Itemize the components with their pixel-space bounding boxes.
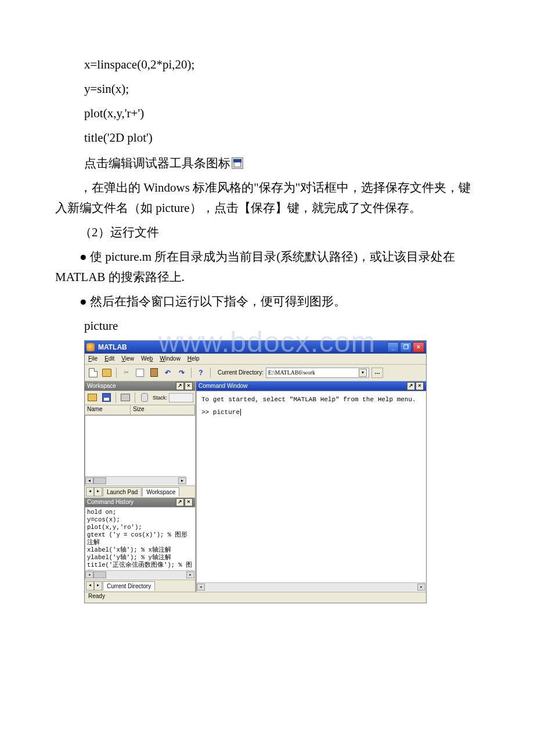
cut-button[interactable]: ✂ bbox=[120, 367, 132, 379]
history-line: y=cos(x); bbox=[87, 516, 193, 524]
history-line: ylabel('y轴'); % y轴注解 bbox=[87, 554, 193, 561]
menu-help[interactable]: Help bbox=[187, 355, 200, 362]
close-icon[interactable]: × bbox=[416, 382, 424, 390]
command-text: picture bbox=[84, 316, 479, 337]
h-scrollbar[interactable]: ◂▸ bbox=[85, 570, 194, 579]
history-title[interactable]: Command History ↗ × bbox=[85, 498, 195, 507]
history-line: gtext ('y = cos(x)'); % 图形注解 bbox=[87, 531, 193, 546]
current-directory-label: Current Directory: bbox=[218, 369, 264, 376]
tab-arrow-left-icon[interactable]: ◂ bbox=[86, 487, 94, 496]
h-scrollbar[interactable]: ◂▸ bbox=[85, 476, 186, 485]
menubar: File Edit View Web Window Help bbox=[85, 354, 426, 365]
save-icon bbox=[232, 157, 243, 169]
current-directory-input[interactable]: E:\MATLAB6\work ▾ bbox=[266, 368, 369, 378]
history-list[interactable]: hold on; y=cos(x); plot(x,y,'ro'); gtext… bbox=[85, 507, 195, 579]
paragraph: ● 使 picture.m 所在目录成为当前目录(系统默认路径)，或让该目录处在… bbox=[55, 247, 479, 288]
current-directory-value: E:\MATLAB6\work bbox=[268, 369, 315, 376]
command-window-text: To get started, select "MATLAB Help" fro… bbox=[201, 396, 421, 403]
tab-current-directory[interactable]: Current Directory bbox=[103, 581, 155, 591]
open-button[interactable] bbox=[101, 367, 113, 379]
menu-window[interactable]: Window bbox=[160, 355, 181, 362]
redo-button[interactable]: ↷ bbox=[176, 367, 187, 379]
stack-dropdown[interactable] bbox=[169, 393, 193, 402]
menu-edit[interactable]: Edit bbox=[104, 355, 114, 362]
menu-web[interactable]: Web bbox=[141, 355, 153, 362]
toolbar: ✂ ↶ ↷ ? Current Directory: E:\MATLAB6\wo… bbox=[85, 365, 426, 381]
tab-arrow-right-icon[interactable]: ▸ bbox=[94, 487, 102, 496]
workspace-title[interactable]: Workspace ↗ × bbox=[85, 381, 195, 391]
history-line: xlabel('x轴'); % x轴注解 bbox=[87, 546, 193, 554]
new-button[interactable] bbox=[87, 367, 99, 379]
menu-view[interactable]: View bbox=[121, 355, 134, 362]
menu-file[interactable]: File bbox=[88, 355, 98, 362]
print-button[interactable] bbox=[120, 392, 131, 404]
undock-icon[interactable]: ↗ bbox=[407, 382, 415, 390]
tab-workspace[interactable]: Workspace bbox=[142, 487, 179, 496]
col-size[interactable]: Size bbox=[131, 405, 195, 415]
stack-label: Stack: bbox=[153, 395, 167, 401]
workspace-header: Name Size bbox=[85, 405, 195, 415]
h-scrollbar[interactable]: ◂▸ bbox=[197, 582, 425, 591]
paragraph: 点击编辑调试器工具条图标 bbox=[84, 153, 479, 174]
save-ws-button[interactable] bbox=[100, 392, 112, 404]
code-line: y=sin(x); bbox=[84, 77, 479, 101]
workspace-title-label: Workspace bbox=[87, 383, 116, 389]
close-button[interactable]: × bbox=[413, 342, 424, 352]
help-button[interactable]: ? bbox=[195, 367, 207, 379]
open-var-button[interactable] bbox=[86, 392, 98, 404]
maximize-button[interactable]: ❐ bbox=[400, 342, 412, 352]
paragraph: （2）运行文件 bbox=[55, 222, 479, 243]
undock-icon[interactable]: ↗ bbox=[176, 498, 184, 506]
command-prompt: >> picture bbox=[201, 409, 421, 416]
delete-button[interactable] bbox=[139, 392, 150, 404]
copy-button[interactable] bbox=[134, 367, 146, 379]
command-window-title[interactable]: Command Window ↗ × bbox=[196, 381, 426, 391]
paragraph: ● 然后在指令窗口运行以下指令，便可得到图形。 bbox=[55, 291, 479, 312]
tab-arrow-left-icon[interactable]: ◂ bbox=[86, 581, 94, 591]
history-title-label: Command History bbox=[87, 499, 134, 505]
command-window-title-label: Command Window bbox=[199, 383, 247, 389]
browse-button[interactable]: … bbox=[371, 368, 383, 378]
chevron-down-icon[interactable]: ▾ bbox=[359, 369, 367, 377]
close-icon[interactable]: × bbox=[185, 382, 193, 390]
workspace-toolbar: Stack: bbox=[85, 391, 195, 405]
code-line: title('2D plot') bbox=[84, 125, 479, 150]
workspace-grid[interactable]: ◂▸ bbox=[85, 415, 195, 485]
tab-launch-pad[interactable]: Launch Pad bbox=[103, 487, 142, 496]
close-icon[interactable]: × bbox=[185, 498, 193, 506]
paragraph: ，在弹出的 Windows 标准风格的"保存为"对话框中，选择保存文件夹，键入新… bbox=[55, 178, 479, 219]
matlab-logo-icon bbox=[86, 343, 95, 351]
code-line: x=linspace(0,2*pi,20); bbox=[84, 52, 479, 77]
minimize-button[interactable]: _ bbox=[387, 342, 399, 352]
paste-button[interactable] bbox=[148, 367, 160, 379]
history-line: hold on; bbox=[87, 509, 193, 516]
status-bar: Ready bbox=[85, 592, 426, 603]
history-line: plot(x,y,'ro'); bbox=[87, 524, 193, 531]
window-title: MATLAB bbox=[98, 343, 127, 351]
tab-arrow-right-icon[interactable]: ▸ bbox=[94, 581, 102, 591]
command-window[interactable]: To get started, select "MATLAB Help" fro… bbox=[196, 391, 426, 592]
workspace-tabs: ◂ ▸ Launch Pad Workspace bbox=[85, 485, 195, 498]
undock-icon[interactable]: ↗ bbox=[176, 382, 184, 390]
undo-button[interactable]: ↶ bbox=[162, 367, 174, 379]
code-line: plot(x,y,'r+') bbox=[84, 101, 479, 125]
col-name[interactable]: Name bbox=[85, 405, 131, 415]
history-tabs: ◂ ▸ Current Directory bbox=[85, 579, 195, 592]
titlebar[interactable]: MATLAB _ ❐ × bbox=[85, 341, 426, 354]
matlab-window: MATLAB _ ❐ × File Edit View Web Window H… bbox=[84, 340, 427, 603]
text: 点击编辑调试器工具条图标 bbox=[84, 156, 230, 170]
